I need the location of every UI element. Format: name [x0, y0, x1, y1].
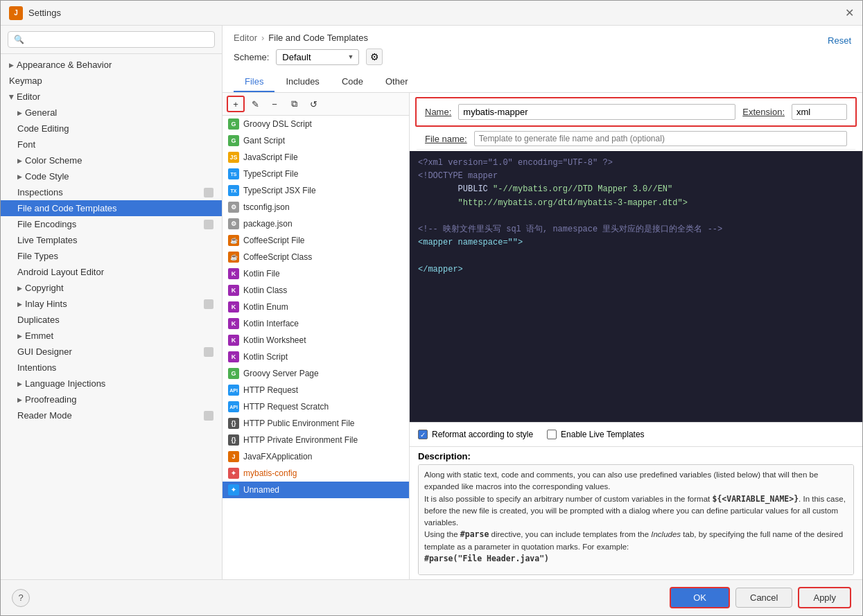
list-item[interactable]: TX TypeScript JSX File — [223, 182, 409, 199]
sidebar-item-label: Intentions — [17, 362, 56, 373]
ok-button[interactable]: OK — [670, 587, 730, 608]
sidebar-item-code-style[interactable]: ▶ Code Style — [1, 168, 222, 184]
copy-template-button[interactable]: ⧉ — [285, 96, 303, 112]
apply-button[interactable]: Apply — [798, 587, 851, 608]
sidebar-item-appearance[interactable]: ▶ Appearance & Behavior — [1, 57, 222, 73]
file-item-label: Kotlin Script — [243, 352, 288, 362]
edit-template-button[interactable]: ✎ — [246, 96, 264, 112]
search-input[interactable] — [8, 31, 215, 48]
file-type-icon: ☕ — [228, 252, 239, 263]
file-item-label: Gant Script — [243, 136, 285, 146]
sidebar-item-android-layout[interactable]: Android Layout Editor — [1, 264, 222, 280]
sidebar-item-color-scheme[interactable]: ▶ Color Scheme — [1, 152, 222, 168]
gear-button[interactable]: ⚙ — [366, 49, 383, 65]
list-item[interactable]: K Kotlin Interface — [223, 315, 409, 332]
live-templates-checkbox[interactable]: Enable Live Templates — [547, 430, 645, 439]
list-item[interactable]: TS TypeScript File — [223, 166, 409, 182]
tab-other[interactable]: Other — [374, 72, 419, 92]
code-line: <?xml version="1.0" encoding="UTF-8" ?> — [418, 157, 854, 170]
file-type-icon: K — [228, 318, 239, 329]
sidebar-item-code-editing[interactable]: Code Editing — [1, 121, 222, 137]
file-item-label: Groovy Server Page — [243, 369, 319, 378]
code-line — [418, 210, 854, 223]
sidebar-item-intentions[interactable]: Intentions — [1, 360, 222, 376]
sidebar-item-label: File and Code Templates — [17, 203, 117, 213]
chevron-icon: ▶ — [17, 333, 22, 340]
list-item[interactable]: {} HTTP Private Environment File — [223, 432, 409, 448]
sidebar-item-font[interactable]: Font — [1, 137, 222, 152]
list-item[interactable]: ✦ mybatis-config — [223, 465, 409, 482]
reset-link[interactable]: Reset — [828, 35, 851, 46]
file-list-toolbar: + ✎ − ⧉ ↺ — [223, 93, 409, 116]
help-button[interactable]: ? — [12, 589, 30, 607]
remove-template-button[interactable]: − — [265, 96, 284, 112]
sidebar-item-copyright[interactable]: ▶ Copyright — [1, 280, 222, 296]
close-button[interactable]: ✕ — [845, 6, 854, 19]
file-item-label: package.json — [243, 219, 293, 229]
list-item[interactable]: K Kotlin Script — [223, 349, 409, 365]
sidebar-item-label: Language Injections — [25, 378, 105, 389]
file-type-icon: API — [228, 401, 239, 412]
sidebar-item-editor[interactable]: ▶ Editor — [1, 89, 222, 105]
scheme-select-wrapper: Default Project — [276, 49, 359, 65]
sidebar-item-file-encodings[interactable]: File Encodings — [1, 216, 222, 232]
sidebar-item-duplicates[interactable]: Duplicates — [1, 312, 222, 328]
list-item[interactable]: G Gant Script — [223, 132, 409, 149]
breadcrumb-current: File and Code Templates — [268, 33, 368, 43]
list-item[interactable]: ⚙ tsconfig.json — [223, 199, 409, 215]
list-item[interactable]: J JavaFXApplication — [223, 448, 409, 465]
file-item-label: TypeScript File — [243, 169, 298, 179]
add-template-button[interactable]: + — [227, 96, 245, 112]
list-item[interactable]: K Kotlin Worksheet — [223, 332, 409, 349]
name-input[interactable] — [458, 104, 735, 120]
sidebar-item-gui-designer[interactable]: GUI Designer — [1, 344, 222, 360]
list-item[interactable]: JS JavaScript File — [223, 149, 409, 166]
sidebar-item-live-templates[interactable]: Live Templates — [1, 232, 222, 248]
list-item[interactable]: K Kotlin File — [223, 265, 409, 282]
reformat-checkbox[interactable]: ✓ Reformat according to style — [418, 430, 533, 439]
list-item[interactable]: G Groovy DSL Script — [223, 116, 409, 132]
tab-includes[interactable]: Includes — [274, 72, 330, 92]
list-item[interactable]: G Groovy Server Page — [223, 365, 409, 382]
filename-input[interactable] — [474, 131, 847, 146]
breadcrumb-row: Editor › File and Code Templates Reset — [234, 33, 851, 49]
sidebar-item-label: Live Templates — [17, 235, 77, 245]
cancel-button[interactable]: Cancel — [735, 588, 792, 608]
extension-input[interactable] — [792, 104, 847, 120]
reset-template-button[interactable]: ↺ — [304, 96, 322, 112]
code-editor[interactable]: <?xml version="1.0" encoding="UTF-8" ?> … — [410, 151, 862, 422]
list-item[interactable]: ⚙ package.json — [223, 215, 409, 232]
sidebar-item-inspections[interactable]: Inspections — [1, 184, 222, 200]
file-type-icon: K — [228, 285, 239, 296]
sidebar-item-label: Inspections — [17, 187, 63, 197]
sidebar-item-proofreading[interactable]: ▶ Proofreading — [1, 391, 222, 407]
editor-footer: ✓ Reformat according to style Enable Liv… — [410, 422, 862, 446]
reformat-checkbox-box: ✓ — [418, 430, 428, 439]
sidebar-item-keymap[interactable]: Keymap — [1, 73, 222, 89]
tab-files[interactable]: Files — [234, 72, 274, 92]
sidebar-item-label: Proofreading — [25, 394, 76, 405]
tab-code[interactable]: Code — [331, 72, 374, 92]
code-line: <!DOCTYPE mapper — [418, 170, 854, 183]
sidebar-item-language-injections[interactable]: ▶ Language Injections — [1, 376, 222, 391]
list-item[interactable]: ☕ CoffeeScript Class — [223, 249, 409, 265]
sidebar-item-file-types[interactable]: File Types — [1, 248, 222, 264]
scheme-select[interactable]: Default Project — [276, 49, 359, 65]
app-icon: J — [9, 6, 23, 20]
breadcrumb: Editor › File and Code Templates — [234, 33, 368, 43]
sidebar-item-file-code-templates[interactable]: File and Code Templates — [1, 200, 222, 216]
list-item[interactable]: K Kotlin Class — [223, 282, 409, 299]
sidebar-item-inlay-hints[interactable]: ▶ Inlay Hints — [1, 296, 222, 312]
name-extension-row: Name: Extension: — [415, 97, 857, 127]
list-item[interactable]: ☕ CoffeeScript File — [223, 232, 409, 249]
list-item[interactable]: API HTTP Request Scratch — [223, 398, 409, 415]
list-item[interactable]: {} HTTP Public Environment File — [223, 415, 409, 432]
file-item-label: Kotlin Interface — [243, 319, 299, 328]
sidebar-item-reader-mode[interactable]: Reader Mode — [1, 407, 222, 423]
sidebar-item-emmet[interactable]: ▶ Emmet — [1, 328, 222, 344]
list-item[interactable]: API HTTP Request — [223, 382, 409, 398]
list-item[interactable]: ✦ Unnamed — [223, 482, 409, 498]
sidebar-item-general[interactable]: ▶ General — [1, 105, 222, 121]
list-item[interactable]: K Kotlin Enum — [223, 299, 409, 315]
sidebar-item-label: Color Scheme — [25, 155, 82, 166]
